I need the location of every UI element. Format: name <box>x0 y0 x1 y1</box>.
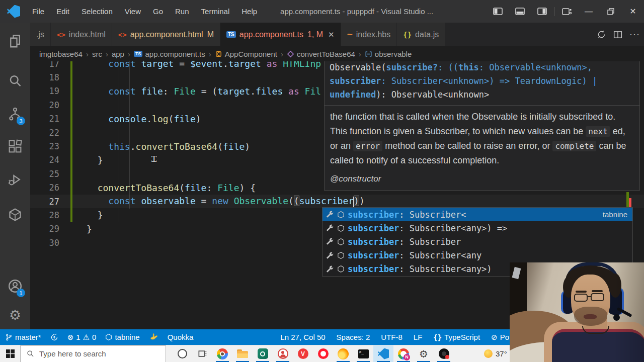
taskbar-app-vscode[interactable] <box>373 345 393 362</box>
menu-view[interactable]: View <box>119 5 147 18</box>
run-debug-icon[interactable] <box>0 167 30 192</box>
gutter <box>64 195 87 208</box>
indentation-button[interactable]: Spaces: 2 <box>337 333 370 341</box>
prettier-button[interactable]: ⊘ Po <box>491 333 509 342</box>
tabs: .js<>index.html<>app.component.htmlMTSap… <box>30 23 445 46</box>
completion-item-0[interactable]: subscriber: Subscriber<tabnine <box>323 208 632 221</box>
completion-detail: : Subscriber<any <box>399 250 481 260</box>
breadcrumb-item-convertToBase64[interactable]: convertToBase64 <box>287 50 355 58</box>
menu-run[interactable]: Run <box>169 5 195 18</box>
tab-close-icon[interactable]: ✕ <box>328 30 335 39</box>
toggle-sidebar-right-icon[interactable] <box>531 0 553 23</box>
tab--js[interactable]: .js <box>30 23 51 46</box>
breadcrumb-item-src[interactable]: src <box>92 50 102 58</box>
overview-error-mark <box>629 198 631 207</box>
line-number: 28 <box>30 210 64 220</box>
taskbar-app-firefox[interactable] <box>333 345 353 362</box>
split-editor-icon[interactable] <box>613 30 622 39</box>
menu-go[interactable]: Go <box>147 5 169 18</box>
gutter <box>64 98 87 112</box>
switch-changes-icon[interactable] <box>597 30 606 39</box>
toggle-panel-icon[interactable] <box>509 0 531 23</box>
problems-button[interactable]: ⊗ 1 ⚠ 0 <box>67 333 97 342</box>
menu-edit[interactable]: Edit <box>50 5 75 18</box>
weather-widget[interactable]: 37° <box>484 349 507 358</box>
git-branch-button[interactable]: master* <box>5 333 41 341</box>
line-content: } <box>87 155 103 165</box>
taskbar-app-cortana[interactable] <box>172 345 192 362</box>
breadcrumb-item-AppComponent[interactable]: AppComponent <box>215 50 277 58</box>
taskbar-app-terminal[interactable]: >_ <box>353 345 373 362</box>
source-control-icon[interactable]: 3 <box>0 102 30 126</box>
breadcrumb-item-observable[interactable]: observable <box>365 50 412 58</box>
completion-item-1[interactable]: subscriber: Subscriber<any>) => <box>323 221 632 235</box>
tab-label: data.js <box>415 30 439 39</box>
line-number: 30 <box>30 238 64 248</box>
encoding-button[interactable]: UTF-8 <box>381 333 403 341</box>
hover-tooltip: Observable(subscribe?: ((this: Observabl… <box>324 61 640 191</box>
line-content: const observable = new Observable((subsc… <box>87 196 365 207</box>
quokka-button[interactable]: Quokka <box>168 333 194 341</box>
language-mode-button[interactable]: {} TypeScript <box>433 333 480 341</box>
taskbar-app-chrome-profile[interactable]: N <box>393 345 414 362</box>
taskbar-app-file-explorer[interactable] <box>232 345 253 362</box>
cursor-position-button[interactable]: Ln 27, Col 50 <box>280 333 325 341</box>
breadcrumb-separator: › <box>128 50 130 58</box>
account-icon[interactable]: 1 <box>0 274 30 298</box>
minimize-button[interactable]: — <box>578 0 600 23</box>
tab-label: app.component.html <box>130 30 203 39</box>
taskbar-app-task-view[interactable] <box>192 345 212 362</box>
settings-gear-icon[interactable]: ⚙ <box>0 303 30 327</box>
settings-icon: ⚙ <box>419 349 428 359</box>
menu-terminal[interactable]: Terminal <box>195 5 236 18</box>
tabnine-hexagon-icon <box>337 251 345 259</box>
quokka-hand-icon[interactable] <box>149 333 158 341</box>
tab-dirty-badge: M <box>207 30 214 39</box>
taskbar-app-vivaldi[interactable]: V <box>293 345 313 362</box>
taskbar-app-chrome[interactable] <box>212 345 232 362</box>
tab-dirty-badge: 1, M <box>307 30 323 39</box>
tab-index-html[interactable]: <>index.html <box>51 23 112 46</box>
breadcrumb-separator: › <box>86 50 89 58</box>
breadcrumb-item-app.component.ts[interactable]: TSapp.component.ts <box>134 50 205 58</box>
completion-item-3[interactable]: subscriber: Subscriber<any <box>323 249 632 262</box>
tab-data-js[interactable]: {}data.js <box>397 23 445 46</box>
taskbar-app-recorder-green[interactable] <box>253 345 273 362</box>
search-icon[interactable] <box>0 69 30 93</box>
modified-line-indicator <box>70 61 72 70</box>
mouse-text-cursor: Ɪ <box>151 154 156 164</box>
tab-app-component-ts[interactable]: TSapp.component.ts1, M✕ <box>220 23 341 46</box>
menu-file[interactable]: File <box>26 5 50 18</box>
tabnine-button[interactable]: tabnine <box>105 333 139 341</box>
menu-help[interactable]: Help <box>235 5 263 18</box>
tab-app-component-html[interactable]: <>app.component.htmlM <box>112 23 220 46</box>
file-explorer-icon <box>237 349 248 358</box>
taskbar-search-input[interactable]: Type here to search <box>20 345 166 362</box>
restore-button[interactable] <box>600 0 622 23</box>
taskbar-app-opera[interactable] <box>313 345 333 362</box>
more-actions-icon[interactable]: ··· <box>629 29 640 40</box>
toggle-sidebar-left-icon[interactable] <box>487 0 509 23</box>
extensions-icon[interactable] <box>0 134 30 158</box>
breadcrumb-item-app[interactable]: app <box>112 50 124 58</box>
package-extension-icon[interactable] <box>0 203 30 227</box>
taskbar-app-photos-red[interactable] <box>273 345 293 362</box>
close-button[interactable]: ✕ <box>622 0 644 23</box>
taskbar-app-settings[interactable]: ⚙ <box>414 345 434 362</box>
taskbar-app-media-player[interactable] <box>434 345 454 362</box>
completion-item-2[interactable]: subscriber: Subscriber <box>323 235 632 248</box>
recorder-green-icon <box>258 348 268 359</box>
title-bar: FileEditSelectionViewGoRunTerminalHelp a… <box>0 0 644 23</box>
eol-button[interactable]: LF <box>414 333 423 341</box>
breadcrumb-separator: › <box>209 50 211 58</box>
menu-selection[interactable]: Selection <box>75 5 119 18</box>
explorer-icon[interactable] <box>0 29 30 53</box>
customize-layout-icon[interactable] <box>555 0 578 23</box>
code-line-27[interactable]: 27const observable = new Observable((sub… <box>30 195 644 208</box>
start-button[interactable] <box>0 345 20 362</box>
tab-index-hbs[interactable]: ~index.hbs <box>341 23 397 46</box>
breadcrumb-item-imgtobase64[interactable]: imgtobase64 <box>39 50 83 58</box>
line-number: 19 <box>30 86 64 96</box>
publish-changes-button[interactable] <box>50 333 58 341</box>
photos-red-icon <box>278 348 288 359</box>
